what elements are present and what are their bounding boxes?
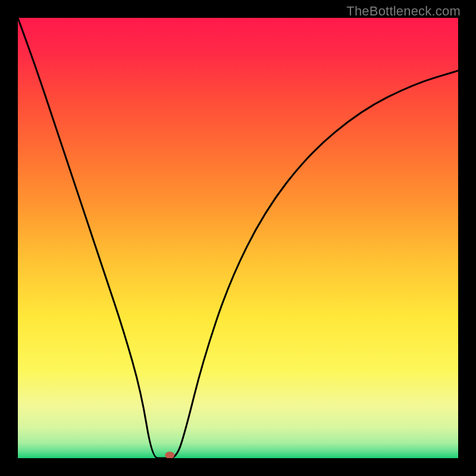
optimal-marker <box>165 452 174 458</box>
plot-area <box>18 18 458 458</box>
watermark-text: TheBottleneck.com <box>346 4 461 19</box>
bottleneck-curve <box>18 18 458 458</box>
chart-frame: TheBottleneck.com <box>0 0 476 476</box>
